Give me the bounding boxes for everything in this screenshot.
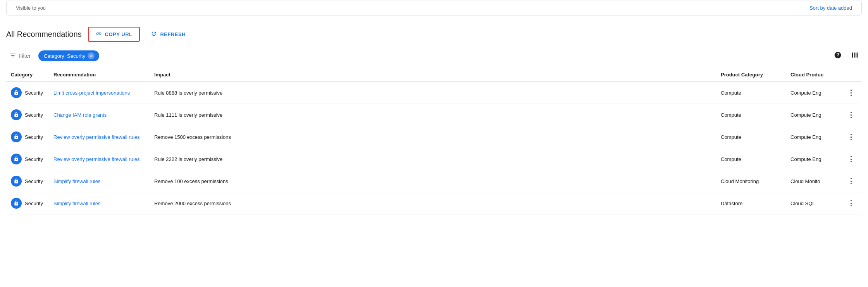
security-icon — [11, 131, 22, 142]
cell-product-category: Compute — [716, 104, 786, 126]
columns-icon — [851, 51, 859, 61]
cell-cloud-product: Cloud SQL — [786, 192, 840, 214]
recommendation-link[interactable]: Change IAM role grants — [53, 112, 107, 118]
security-icon — [11, 176, 22, 187]
table-row: Security Simplify firewall rulesRemove 2… — [6, 192, 862, 214]
table-row: Security Review overly permissive firewa… — [6, 126, 862, 148]
category-label: Security — [25, 90, 43, 96]
page-title: All Recommendations — [6, 30, 82, 39]
more-actions-button[interactable]: ⋮ — [845, 197, 857, 209]
cell-category: Security — [6, 82, 49, 104]
filter-right — [831, 49, 862, 63]
cell-impact: Rule 1111 is overly permissive — [150, 104, 716, 126]
refresh-label: REFRESH — [160, 31, 186, 37]
cell-product-category: Compute — [716, 82, 786, 104]
filter-label: Filter — [19, 53, 31, 59]
cell-actions: ⋮ — [840, 126, 862, 148]
cell-impact: Rule 8888 is overly permissive — [150, 82, 716, 104]
cell-recommendation: Limit cross-project impersonations — [49, 82, 150, 104]
active-filter-chip[interactable]: Category: Security ✕ — [38, 50, 99, 61]
remove-filter-button[interactable]: ✕ — [88, 52, 95, 59]
col-header-actions — [840, 68, 862, 82]
cell-cloud-product: Compute Eng — [786, 82, 840, 104]
copy-url-button[interactable]: COPY URL — [88, 27, 140, 42]
cell-cloud-product: Compute Eng — [786, 148, 840, 170]
recommendations-table: Category Recommendation Impact Product C… — [6, 68, 862, 214]
cell-impact: Remove 100 excess permissions — [150, 170, 716, 192]
main-section: All Recommendations COPY URL REFRESH — [6, 21, 862, 214]
filter-chip-label: Category: Security — [44, 53, 85, 59]
table-row: Security Limit cross-project impersonati… — [6, 82, 862, 104]
refresh-icon — [151, 31, 157, 38]
help-button[interactable] — [831, 49, 845, 63]
col-header-impact: Impact — [150, 68, 716, 82]
security-icon — [11, 87, 22, 98]
cell-category: Security — [6, 104, 49, 126]
cell-category: Security — [6, 170, 49, 192]
recommendation-link[interactable]: Limit cross-project impersonations — [53, 90, 130, 96]
cell-category: Security — [6, 192, 49, 214]
filter-icon — [9, 52, 16, 60]
refresh-button[interactable]: REFRESH — [146, 28, 190, 41]
sort-by-date-link[interactable]: Sort by date added — [809, 5, 852, 11]
table-row: Security Review overly permissive firewa… — [6, 148, 862, 170]
cell-cloud-product: Compute Eng — [786, 126, 840, 148]
cell-impact: Rule 2222 is overly permissive — [150, 148, 716, 170]
section-header: All Recommendations COPY URL REFRESH — [6, 21, 862, 47]
recommendation-link[interactable]: Review overly permissive firewall rules — [53, 134, 140, 140]
filter-bar: Filter Category: Security ✕ — [6, 47, 862, 66]
cell-recommendation: Simplify firewall rules — [49, 170, 150, 192]
cell-product-category: Datastore — [716, 192, 786, 214]
cell-product-category: Compute — [716, 148, 786, 170]
more-actions-button[interactable]: ⋮ — [845, 131, 857, 143]
table-row: Security Simplify firewall rulesRemove 1… — [6, 170, 862, 192]
category-label: Security — [25, 134, 43, 140]
cell-cloud-product: Cloud Monito — [786, 170, 840, 192]
cell-actions: ⋮ — [840, 104, 862, 126]
recommendation-link[interactable]: Review overly permissive firewall rules — [53, 156, 140, 162]
link-icon — [96, 31, 102, 38]
col-header-product-category: Product Category — [716, 68, 786, 82]
cell-actions: ⋮ — [840, 170, 862, 192]
table-row: Security Change IAM role grantsRule 1111… — [6, 104, 862, 126]
cell-product-category: Compute — [716, 126, 786, 148]
cell-recommendation: Simplify firewall rules — [49, 192, 150, 214]
help-icon — [834, 51, 842, 61]
col-header-category: Category — [6, 68, 49, 82]
cell-recommendation: Review overly permissive firewall rules — [49, 126, 150, 148]
cell-product-category: Cloud Monitoring — [716, 170, 786, 192]
copy-url-label: COPY URL — [105, 31, 133, 37]
cell-category: Security — [6, 148, 49, 170]
category-label: Security — [25, 156, 43, 162]
category-label: Security — [25, 112, 43, 118]
category-label: Security — [25, 201, 43, 206]
recommendation-link[interactable]: Simplify firewall rules — [53, 178, 100, 184]
cell-cloud-product: Compute Eng — [786, 104, 840, 126]
cell-impact: Remove 1500 excess permissions — [150, 126, 716, 148]
recommendation-link[interactable]: Simplify firewall rules — [53, 201, 100, 206]
more-actions-button[interactable]: ⋮ — [845, 153, 857, 165]
col-header-recommendation: Recommendation — [49, 68, 150, 82]
cell-recommendation: Change IAM role grants — [49, 104, 150, 126]
filter-button[interactable]: Filter — [6, 50, 34, 62]
cell-recommendation: Review overly permissive firewall rules — [49, 148, 150, 170]
cell-actions: ⋮ — [840, 82, 862, 104]
category-label: Security — [25, 178, 43, 184]
cell-category: Security — [6, 126, 49, 148]
top-bar: Visible to you Sort by date added — [6, 0, 862, 16]
col-header-cloud-product: Cloud Produc — [786, 68, 840, 82]
security-icon — [11, 154, 22, 164]
security-icon — [11, 109, 22, 120]
visible-label: Visible to you — [16, 5, 46, 11]
cell-actions: ⋮ — [840, 148, 862, 170]
filter-left: Filter Category: Security ✕ — [6, 50, 99, 62]
table-header-row: Category Recommendation Impact Product C… — [6, 68, 862, 82]
columns-button[interactable] — [848, 49, 862, 63]
more-actions-button[interactable]: ⋮ — [845, 86, 857, 99]
cell-impact: Remove 2000 excess permissions — [150, 192, 716, 214]
cell-actions: ⋮ — [840, 192, 862, 214]
more-actions-button[interactable]: ⋮ — [845, 175, 857, 187]
more-actions-button[interactable]: ⋮ — [845, 109, 857, 121]
security-icon — [11, 198, 22, 209]
